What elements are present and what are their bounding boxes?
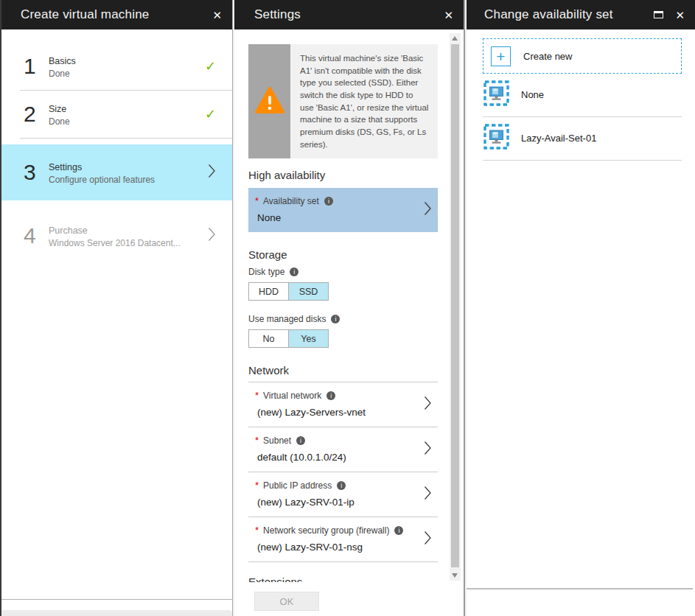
settings-footer: OK [234,582,464,616]
required-asterisk: * [255,390,259,401]
info-icon[interactable]: i [337,481,346,490]
scrollbar-thumb[interactable] [451,44,459,567]
field-value: (new) Lazy-Servers-vnet [255,407,419,418]
availability-set-option-label: None [521,89,544,100]
step-label: Settings [49,162,208,172]
disk-type-option-ssd[interactable]: SSD [288,282,329,301]
step-number: 1 [24,54,49,79]
disk-type-toggle: HDD SSD [248,282,438,301]
create-vm-blade-title: Create virtual machine [21,7,212,22]
plus-icon: + [491,46,511,66]
managed-disks-toggle: No Yes [248,329,438,348]
availability-set-option-lazy-avail-set-01[interactable]: Lazy-Avail-Set-01 [483,117,682,161]
info-icon[interactable]: i [326,391,335,400]
managed-disks-option-no[interactable]: No [248,329,289,348]
field-label: Use managed disks [248,314,326,324]
close-icon[interactable]: ✕ [212,10,222,21]
settings-scroll-area: This virtual machine's size 'Basic A1' i… [234,29,464,594]
step-basics[interactable]: 1 Basics Done ✓ [1,43,232,90]
chevron-right-icon [424,201,432,219]
warning-banner: This virtual machine's size 'Basic A1' i… [248,44,438,158]
required-asterisk: * [255,195,259,206]
footer-divider [467,588,693,589]
step-size[interactable]: 2 Size Done ✓ [1,91,232,138]
step-settings[interactable]: 3 Settings Configure optional features [1,144,232,200]
step-label: Size [49,104,205,114]
network-security-group-picker[interactable]: * Network security group (firewall) i (n… [248,517,438,562]
availability-set-option-none[interactable]: None [483,74,682,117]
availability-set-icon [483,80,510,110]
horizontal-scrollbar[interactable] [1,610,232,616]
change-availability-set-blade: Change availability set ✕ + Create new [467,0,695,616]
disk-type-label-row: Disk type i [248,267,438,277]
chevron-right-icon [424,396,432,413]
field-label: Subnet [263,435,291,446]
field-value: (new) Lazy-SRV-01-nsg [255,542,419,553]
subnet-picker[interactable]: * Subnet i default (10.0.1.0/24) [248,427,438,472]
warning-icon-strip [248,44,290,158]
close-icon[interactable]: ✕ [675,10,685,21]
warning-triangle-icon [254,86,285,117]
step-status: Windows Server 2016 Datacent... [49,238,208,248]
scroll-down-icon[interactable] [452,573,458,578]
info-icon[interactable]: i [331,315,340,323]
change-availability-set-header: Change availability set ✕ [467,0,695,29]
chevron-right-icon [208,227,216,245]
chevron-right-icon [424,441,432,458]
ok-button[interactable]: OK [254,592,319,611]
field-label: Availability set [263,196,319,206]
availability-set-picker[interactable]: * Availability set i None [248,188,438,232]
chevron-right-icon [424,486,432,503]
maximize-icon[interactable] [654,11,663,18]
scroll-up-icon[interactable] [452,36,458,41]
settings-blade: Settings ✕ This virtual machine's size '… [234,0,465,616]
close-icon[interactable]: ✕ [444,10,453,21]
step-number: 4 [24,223,49,248]
field-label: Network security group (firewall) [263,525,389,536]
field-value: (new) Lazy-SRV-01-ip [255,497,419,508]
section-heading-storage: Storage [248,248,438,261]
step-number: 3 [24,160,49,185]
info-icon[interactable]: i [324,197,333,206]
managed-disks-option-yes[interactable]: Yes [288,329,329,348]
field-value: default (10.0.1.0/24) [255,452,419,463]
divider [1,599,232,600]
info-icon[interactable]: i [394,526,403,535]
availability-set-option-label: Lazy-Avail-Set-01 [521,133,596,144]
step-label: Basics [49,56,205,66]
section-heading-network: Network [248,364,438,382]
virtual-network-picker[interactable]: * Virtual network i (new) Lazy-Servers-v… [248,382,438,427]
step-label: Purchase [49,225,208,236]
field-label: Public IP address [263,480,332,491]
step-number: 2 [24,102,49,127]
create-vm-blade-header: Create virtual machine ✕ [1,0,232,29]
check-icon: ✓ [205,106,216,122]
settings-blade-title: Settings [254,7,444,22]
availability-set-icon [483,123,510,153]
public-ip-picker[interactable]: * Public IP address i (new) Lazy-SRV-01-… [248,472,438,517]
chevron-right-icon [208,164,216,181]
wizard-steps: 1 Basics Done ✓ 2 Size Done ✓ 3 Settings… [1,29,232,259]
field-value: None [255,212,419,223]
managed-disks-label-row: Use managed disks i [248,314,438,324]
vertical-scrollbar[interactable] [450,33,461,581]
required-asterisk: * [255,525,259,536]
info-icon[interactable]: i [296,436,305,445]
step-status: Done [49,69,205,79]
step-status: Done [49,116,205,127]
availability-set-list: + Create new None [467,29,695,161]
create-new-label: Create new [523,51,572,62]
step-purchase[interactable]: 4 Purchase Windows Server 2016 Datacent.… [1,212,232,259]
section-heading-high-availability: High availability [248,169,438,181]
change-availability-set-title: Change availability set [484,7,654,22]
warning-message: This virtual machine's size 'Basic A1' i… [290,44,438,158]
required-asterisk: * [255,480,259,491]
disk-type-option-hdd[interactable]: HDD [248,282,289,301]
create-new-button[interactable]: + Create new [483,38,682,74]
required-asterisk: * [255,435,259,446]
info-icon[interactable]: i [290,267,298,276]
chevron-right-icon [424,531,432,548]
create-vm-blade: Create virtual machine ✕ 1 Basics Done ✓… [0,0,233,616]
field-label: Disk type [248,267,284,277]
field-label: Virtual network [263,391,321,401]
